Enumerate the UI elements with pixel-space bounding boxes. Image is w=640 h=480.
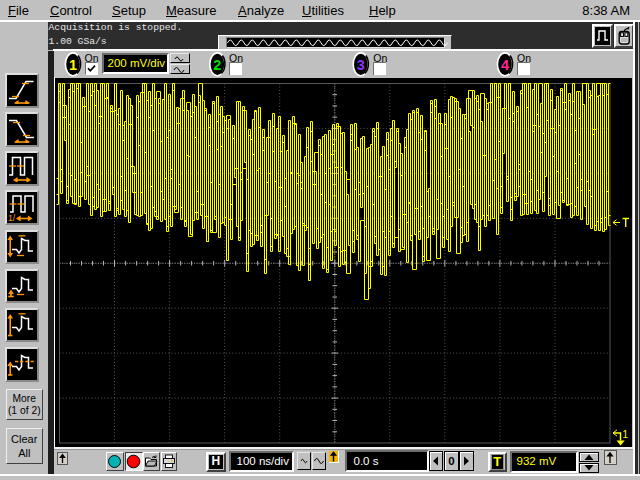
svg-text:1: 1	[623, 429, 629, 440]
